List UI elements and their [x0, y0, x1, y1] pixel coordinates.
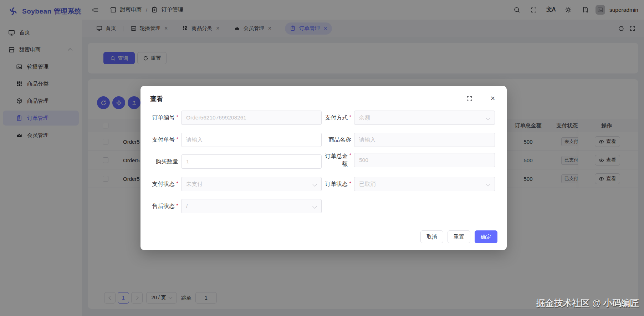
- view-order-modal: 查看 × 订单编号* Order562107699208261 支付方式* 余额…: [140, 86, 507, 250]
- field-label: 订单总金额: [323, 152, 348, 168]
- goods-name-input[interactable]: 请输入: [354, 133, 495, 147]
- total-amount-input[interactable]: 500: [354, 153, 495, 167]
- required-marker: *: [349, 152, 351, 158]
- app-root: Soybean 管理系统 首页 甜蜜电商 轮播管理: [0, 0, 644, 316]
- required-marker: *: [349, 114, 351, 120]
- field-label: 商品名称: [328, 136, 351, 144]
- modal-fullscreen-button[interactable]: [465, 95, 473, 102]
- field-label: 订单状态: [325, 180, 348, 188]
- field-order-no: 订单编号* Order562107699208261: [143, 111, 322, 125]
- after-sale-select[interactable]: /: [181, 199, 322, 213]
- field-pay-status: 支付状态* 未支付: [143, 177, 322, 191]
- confirm-button[interactable]: 确定: [475, 230, 497, 243]
- buy-count-input[interactable]: 1: [181, 154, 322, 169]
- watermark: 掘金技术社区 @ 小码编匠: [536, 297, 639, 309]
- chevron-down-icon: [486, 116, 490, 120]
- fullscreen-icon: [466, 95, 473, 102]
- modal-title: 查看: [150, 95, 163, 103]
- field-label: 支付单号: [152, 136, 175, 144]
- order-status-select[interactable]: 已取消: [354, 177, 495, 191]
- field-after-sale: 售后状态* /: [143, 199, 322, 213]
- field-total-amount: 订单总金额* 500: [316, 152, 495, 168]
- field-goods-name: 商品名称 请输入: [316, 133, 495, 147]
- field-label: 售后状态: [152, 203, 175, 210]
- order-no-input[interactable]: Order562107699208261: [181, 111, 322, 125]
- required-marker: *: [176, 136, 178, 142]
- required-marker: *: [349, 180, 351, 187]
- field-label: 支付状态: [152, 180, 175, 188]
- required-marker: *: [176, 180, 178, 187]
- chevron-down-icon: [486, 182, 490, 187]
- pay-status-select[interactable]: 未支付: [181, 177, 322, 191]
- chevron-down-icon: [312, 204, 317, 209]
- modal-reset-button[interactable]: 重置: [448, 230, 470, 243]
- field-order-status: 订单状态* 已取消: [316, 177, 495, 191]
- required-marker: *: [176, 114, 178, 120]
- pay-method-select[interactable]: 余额: [354, 111, 495, 125]
- required-marker: *: [176, 203, 178, 209]
- cancel-button[interactable]: 取消: [420, 230, 443, 243]
- pay-no-input[interactable]: 请输入: [181, 133, 322, 147]
- field-label: 订单编号: [152, 114, 175, 122]
- modal-footer: 取消 重置 确定: [420, 230, 497, 243]
- field-pay-no: 支付单号* 请输入: [143, 133, 322, 147]
- field-label: 支付方式: [325, 114, 348, 122]
- field-buy-count: 购买数量 1: [143, 154, 322, 169]
- modal-close-button[interactable]: ×: [489, 95, 497, 102]
- field-label: 购买数量: [155, 158, 178, 165]
- field-pay-method: 支付方式* 余额: [316, 111, 495, 125]
